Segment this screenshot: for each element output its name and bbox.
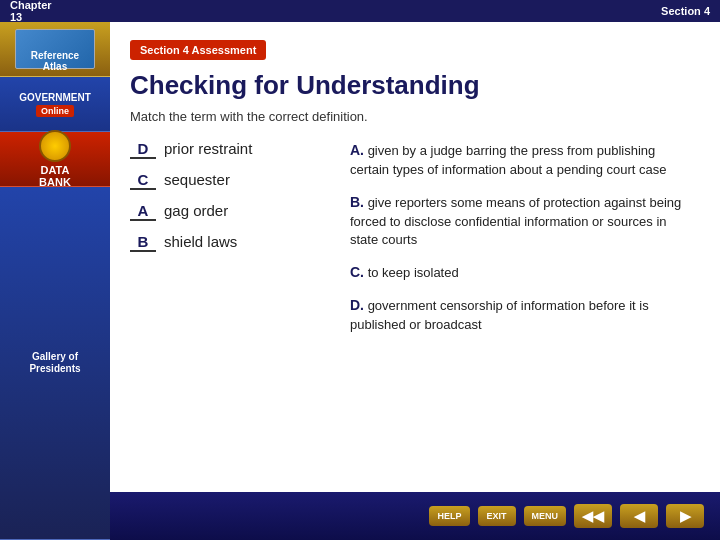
gov-bottom-badge: Online — [36, 105, 74, 117]
def-text-2: give reporters some means of protection … — [350, 195, 681, 248]
term-text-1: prior restraint — [164, 140, 252, 157]
def-text-1: given by a judge barring the press from … — [350, 143, 667, 177]
section-label: Section 4 — [661, 5, 710, 17]
term-text-4: shield laws — [164, 233, 237, 250]
sidebar-item-reference-atlas[interactable]: ReferenceAtlas — [0, 22, 110, 77]
bottom-nav: HELP EXIT MENU ◀◀ ◀ ▶ — [110, 492, 720, 540]
term-row-4: B shield laws — [130, 233, 330, 252]
def-letter-3: C. — [350, 264, 364, 280]
subtitle: Match the term with the correct definiti… — [130, 109, 696, 124]
terms-list: D prior restraint C sequester A gag orde… — [130, 140, 330, 347]
menu-button[interactable]: MENU — [524, 506, 567, 526]
definitions-list: A. given by a judge barring the press fr… — [350, 140, 696, 347]
definition-3: C. to keep isolated — [350, 262, 696, 283]
forward-button[interactable]: ▶ — [666, 504, 704, 528]
gov-top-text: GOVERNMENT — [19, 92, 91, 103]
help-button[interactable]: HELP — [429, 506, 469, 526]
term-row-3: A gag order — [130, 202, 330, 221]
sidebar-item-gallery-of-presidents[interactable]: Gallery of Presidents — [0, 187, 110, 540]
main-content: Section 4 Assessment Checking for Unders… — [110, 22, 720, 492]
term-letter-3: A — [130, 202, 156, 221]
term-row-1: D prior restraint — [130, 140, 330, 159]
sidebar-item-data-bank[interactable]: DATA BANK — [0, 132, 110, 187]
reference-atlas-label: ReferenceAtlas — [0, 50, 110, 72]
exit-button[interactable]: EXIT — [478, 506, 516, 526]
term-row-2: C sequester — [130, 171, 330, 190]
gallery-label: Gallery of Presidents — [29, 351, 80, 375]
def-text-4: government censorship of information bef… — [350, 298, 649, 332]
term-letter-4: B — [130, 233, 156, 252]
chapter-info: Chapter 13 — [10, 0, 52, 23]
data-bank-icon — [39, 130, 71, 162]
top-bar: Chapter 13 Section 4 — [0, 0, 720, 22]
page-title: Checking for Understanding — [130, 70, 696, 101]
gov-logo: GOVERNMENT Online — [18, 83, 93, 125]
definition-1: A. given by a judge barring the press fr… — [350, 140, 696, 180]
sidebar: ReferenceAtlas GOVERNMENT Online DATA BA… — [0, 22, 110, 540]
content-grid: D prior restraint C sequester A gag orde… — [130, 140, 696, 347]
back-to-start-button[interactable]: ◀◀ — [574, 504, 612, 528]
def-letter-4: D. — [350, 297, 364, 313]
def-letter-2: B. — [350, 194, 364, 210]
definition-2: B. give reporters some means of protecti… — [350, 192, 696, 251]
section-badge: Section 4 Assessment — [130, 40, 266, 60]
term-letter-1: D — [130, 140, 156, 159]
chapter-label: Chapter 13 — [10, 0, 52, 23]
sidebar-item-government-online[interactable]: GOVERNMENT Online — [0, 77, 110, 132]
data-bank-box: DATA BANK — [39, 130, 71, 188]
def-letter-1: A. — [350, 142, 364, 158]
def-text-3: to keep isolated — [368, 265, 459, 280]
term-text-3: gag order — [164, 202, 228, 219]
definition-4: D. government censorship of information … — [350, 295, 696, 335]
data-bank-label: DATA BANK — [39, 164, 71, 188]
back-button[interactable]: ◀ — [620, 504, 658, 528]
term-letter-2: C — [130, 171, 156, 190]
term-text-2: sequester — [164, 171, 230, 188]
